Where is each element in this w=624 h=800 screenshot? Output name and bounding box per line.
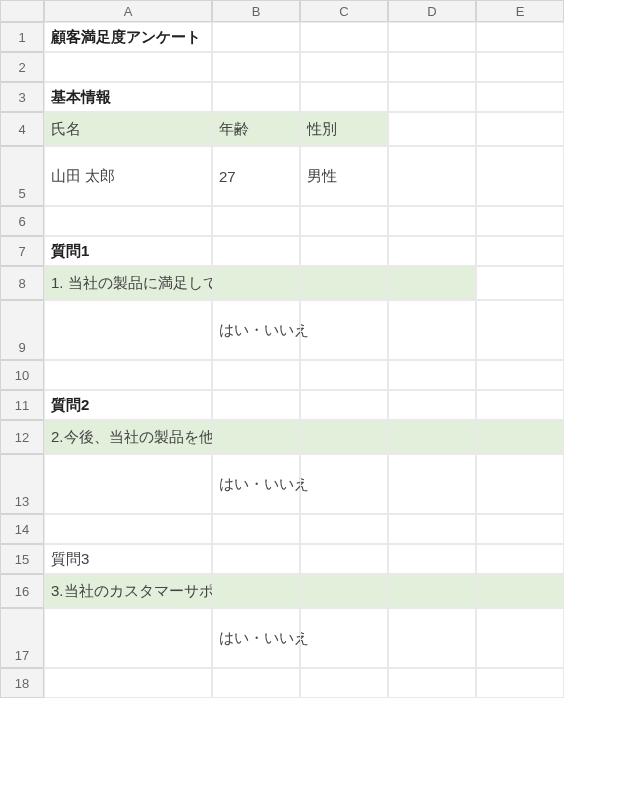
col-header-D[interactable]: D bbox=[388, 0, 476, 22]
cell-A5[interactable]: 山田 太郎 bbox=[44, 146, 212, 206]
cell-C18[interactable] bbox=[300, 668, 388, 698]
cell-E18[interactable] bbox=[476, 668, 564, 698]
cell-E15[interactable] bbox=[476, 544, 564, 574]
cell-C8[interactable] bbox=[300, 266, 388, 300]
cell-A4[interactable]: 氏名 bbox=[44, 112, 212, 146]
cell-D11[interactable] bbox=[388, 390, 476, 420]
row-header-4[interactable]: 4 bbox=[0, 112, 44, 146]
cell-A15[interactable]: 質問3 bbox=[44, 544, 212, 574]
cell-D2[interactable] bbox=[388, 52, 476, 82]
cell-B3[interactable] bbox=[212, 82, 300, 112]
cell-B17[interactable]: はい・いいえ bbox=[212, 608, 300, 668]
cell-C16[interactable] bbox=[300, 574, 388, 608]
cell-C4[interactable]: 性別 bbox=[300, 112, 388, 146]
cell-A16[interactable]: 3.当社のカスタマーサポートに満足していますか？ bbox=[44, 574, 212, 608]
cell-E12[interactable] bbox=[476, 420, 564, 454]
row-header-17[interactable]: 17 bbox=[0, 608, 44, 668]
cell-A6[interactable] bbox=[44, 206, 212, 236]
cell-C17[interactable] bbox=[300, 608, 388, 668]
cell-E6[interactable] bbox=[476, 206, 564, 236]
cell-A7[interactable]: 質問1 bbox=[44, 236, 212, 266]
cell-C11[interactable] bbox=[300, 390, 388, 420]
cell-D7[interactable] bbox=[388, 236, 476, 266]
cell-E13[interactable] bbox=[476, 454, 564, 514]
cell-C6[interactable] bbox=[300, 206, 388, 236]
cell-A12[interactable]: 2.今後、当社の製品を他の人に勧めますか？ bbox=[44, 420, 212, 454]
cell-A13[interactable] bbox=[44, 454, 212, 514]
row-header-14[interactable]: 14 bbox=[0, 514, 44, 544]
cell-B16[interactable] bbox=[212, 574, 300, 608]
cell-B8[interactable] bbox=[212, 266, 300, 300]
cell-E4[interactable] bbox=[476, 112, 564, 146]
cell-E9[interactable] bbox=[476, 300, 564, 360]
cell-E10[interactable] bbox=[476, 360, 564, 390]
cell-E7[interactable] bbox=[476, 236, 564, 266]
cell-C12[interactable] bbox=[300, 420, 388, 454]
col-header-E[interactable]: E bbox=[476, 0, 564, 22]
cell-A18[interactable] bbox=[44, 668, 212, 698]
row-header-15[interactable]: 15 bbox=[0, 544, 44, 574]
cell-C1[interactable] bbox=[300, 22, 388, 52]
cell-D5[interactable] bbox=[388, 146, 476, 206]
cell-B1[interactable] bbox=[212, 22, 300, 52]
row-header-16[interactable]: 16 bbox=[0, 574, 44, 608]
cell-D18[interactable] bbox=[388, 668, 476, 698]
cell-D1[interactable] bbox=[388, 22, 476, 52]
row-header-11[interactable]: 11 bbox=[0, 390, 44, 420]
cell-C7[interactable] bbox=[300, 236, 388, 266]
row-header-5[interactable]: 5 bbox=[0, 146, 44, 206]
cell-E3[interactable] bbox=[476, 82, 564, 112]
cell-E16[interactable] bbox=[476, 574, 564, 608]
cell-A11[interactable]: 質問2 bbox=[44, 390, 212, 420]
row-header-7[interactable]: 7 bbox=[0, 236, 44, 266]
row-header-10[interactable]: 10 bbox=[0, 360, 44, 390]
cell-B12[interactable] bbox=[212, 420, 300, 454]
cell-D13[interactable] bbox=[388, 454, 476, 514]
cell-B9[interactable]: はい・いいえ bbox=[212, 300, 300, 360]
row-header-2[interactable]: 2 bbox=[0, 52, 44, 82]
cell-E2[interactable] bbox=[476, 52, 564, 82]
cell-D4[interactable] bbox=[388, 112, 476, 146]
cell-D12[interactable] bbox=[388, 420, 476, 454]
cell-C15[interactable] bbox=[300, 544, 388, 574]
select-all-corner[interactable] bbox=[0, 0, 44, 22]
col-header-A[interactable]: A bbox=[44, 0, 212, 22]
cell-B5[interactable]: 27 bbox=[212, 146, 300, 206]
cell-E5[interactable] bbox=[476, 146, 564, 206]
cell-D3[interactable] bbox=[388, 82, 476, 112]
cell-A3[interactable]: 基本情報 bbox=[44, 82, 212, 112]
row-header-9[interactable]: 9 bbox=[0, 300, 44, 360]
cell-A8[interactable]: 1. 当社の製品に満足していますか？ bbox=[44, 266, 212, 300]
cell-B11[interactable] bbox=[212, 390, 300, 420]
cell-D17[interactable] bbox=[388, 608, 476, 668]
cell-B15[interactable] bbox=[212, 544, 300, 574]
cell-C9[interactable] bbox=[300, 300, 388, 360]
cell-D15[interactable] bbox=[388, 544, 476, 574]
cell-A10[interactable] bbox=[44, 360, 212, 390]
row-header-13[interactable]: 13 bbox=[0, 454, 44, 514]
cell-E14[interactable] bbox=[476, 514, 564, 544]
cell-D9[interactable] bbox=[388, 300, 476, 360]
cell-C13[interactable] bbox=[300, 454, 388, 514]
cell-B18[interactable] bbox=[212, 668, 300, 698]
cell-E1[interactable] bbox=[476, 22, 564, 52]
cell-B7[interactable] bbox=[212, 236, 300, 266]
cell-B4[interactable]: 年齢 bbox=[212, 112, 300, 146]
cell-C10[interactable] bbox=[300, 360, 388, 390]
cell-E11[interactable] bbox=[476, 390, 564, 420]
cell-E8[interactable] bbox=[476, 266, 564, 300]
row-header-18[interactable]: 18 bbox=[0, 668, 44, 698]
cell-B13[interactable]: はい・いいえ bbox=[212, 454, 300, 514]
row-header-3[interactable]: 3 bbox=[0, 82, 44, 112]
cell-A17[interactable] bbox=[44, 608, 212, 668]
cell-B14[interactable] bbox=[212, 514, 300, 544]
cell-A9[interactable] bbox=[44, 300, 212, 360]
cell-C3[interactable] bbox=[300, 82, 388, 112]
row-header-12[interactable]: 12 bbox=[0, 420, 44, 454]
col-header-C[interactable]: C bbox=[300, 0, 388, 22]
cell-B6[interactable] bbox=[212, 206, 300, 236]
cell-D6[interactable] bbox=[388, 206, 476, 236]
row-header-1[interactable]: 1 bbox=[0, 22, 44, 52]
cell-A2[interactable] bbox=[44, 52, 212, 82]
cell-D10[interactable] bbox=[388, 360, 476, 390]
